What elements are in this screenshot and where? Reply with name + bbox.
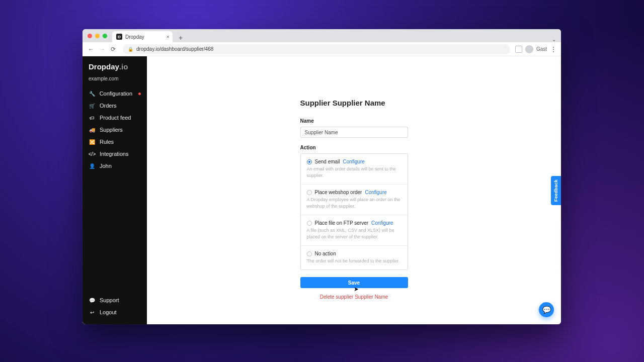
sidebar-item-suppliers[interactable]: 🚚Suppliers: [83, 124, 147, 136]
sidebar-item-john[interactable]: 👤John: [83, 160, 147, 172]
feedback-label: Feedback: [553, 179, 558, 202]
sidebar-item-label: Rules: [100, 139, 114, 145]
site-domain-label: example.com: [83, 76, 147, 86]
page-viewport: Dropday.io example.com 🔧Configuration🛒Or…: [83, 56, 561, 324]
user-icon: 👤: [89, 163, 96, 169]
profile-avatar-icon[interactable]: [525, 45, 533, 53]
configure-link[interactable]: Configure: [343, 159, 365, 164]
forward-button[interactable]: →: [98, 45, 107, 54]
sidebar-bottom-nav: 💬Support↩Logout: [83, 294, 147, 318]
sidebar-item-label: Logout: [100, 309, 117, 315]
tabs-overflow-icon[interactable]: ⌄: [551, 37, 557, 42]
sidebar-item-product-feed[interactable]: 🏷Product feed: [83, 112, 147, 124]
configure-link[interactable]: Configure: [365, 190, 386, 195]
browser-menu-icon[interactable]: ⋮: [550, 46, 557, 53]
brand-logo[interactable]: Dropday.io: [83, 62, 147, 76]
action-option-label: Place file on FTP server: [315, 220, 369, 226]
action-radio-3[interactable]: [307, 251, 312, 256]
action-option-desc: A file (such as XML, CSV and XLSX) will …: [307, 227, 401, 240]
chat-icon: 💬: [89, 298, 96, 303]
back-button[interactable]: ←: [87, 45, 96, 54]
action-option-desc: The order will not be forwarded to the s…: [307, 258, 401, 264]
browser-window: D Dropday × + ⌄ ← → ⟳ 🔒 dropday.io/dashb…: [83, 29, 561, 324]
sidebar-item-label: Integrations: [100, 151, 128, 157]
sidebar-bottom-item-logout[interactable]: ↩Logout: [83, 306, 147, 318]
new-tab-button[interactable]: +: [176, 33, 186, 42]
name-field-label: Name: [300, 118, 408, 124]
sidebar: Dropday.io example.com 🔧Configuration🛒Or…: [83, 56, 147, 324]
browser-toolbar: ← → ⟳ 🔒 dropday.io/dashboard/supplier/46…: [83, 42, 561, 56]
sidebar-item-configuration[interactable]: 🔧Configuration: [83, 87, 147, 100]
profile-name: Gast: [536, 46, 547, 52]
address-bar[interactable]: 🔒 dropday.io/dashboard/supplier/468: [123, 44, 510, 54]
tab-favicon-icon: D: [116, 34, 122, 40]
action-radio-1[interactable]: [307, 190, 312, 195]
sidebar-bottom-item-support[interactable]: 💬Support: [83, 294, 147, 306]
brand-main: Dropday: [89, 62, 119, 71]
feedback-tab[interactable]: Feedback: [551, 176, 561, 205]
extension-icon[interactable]: [515, 46, 522, 53]
configure-link[interactable]: Configure: [371, 220, 393, 226]
tab-close-icon[interactable]: ×: [167, 34, 170, 40]
action-option-desc: An email with order details will be sent…: [307, 166, 401, 179]
tab-title: Dropday: [125, 34, 144, 40]
chat-widget-button[interactable]: 💬: [539, 302, 554, 317]
action-option-label: Send email: [315, 159, 340, 164]
action-field-label: Action: [300, 145, 408, 150]
address-text: dropday.io/dashboard/supplier/468: [136, 46, 213, 52]
action-radio-2[interactable]: [307, 221, 312, 226]
wrench-icon: 🔧: [89, 91, 96, 97]
action-option-0[interactable]: Send emailConfigureAn email with order d…: [301, 154, 408, 185]
supplier-name-input[interactable]: [300, 127, 408, 138]
sidebar-item-label: Product feed: [100, 115, 131, 121]
window-minimize-icon[interactable]: [95, 34, 100, 38]
action-radio-0[interactable]: [307, 159, 312, 164]
action-radio-group: Send emailConfigureAn email with order d…: [300, 153, 408, 270]
page-title: Supplier Supplier Name: [300, 99, 408, 107]
window-maximize-icon[interactable]: [103, 34, 107, 38]
tag-icon: 🏷: [89, 115, 96, 121]
chat-icon: 💬: [542, 306, 551, 314]
action-option-1[interactable]: Place webshop orderConfigureA Dropday em…: [301, 185, 408, 215]
main-content: Supplier Supplier Name Name Action Send …: [147, 56, 561, 324]
truck-icon: 🚚: [89, 127, 96, 133]
action-option-2[interactable]: Place file on FTP serverConfigureA file …: [301, 215, 408, 246]
window-close-icon[interactable]: [88, 34, 92, 38]
lock-icon: 🔒: [128, 47, 133, 52]
delete-supplier-link[interactable]: Delete supplier Supplier Name: [300, 294, 408, 300]
sidebar-nav: 🔧Configuration🛒Orders🏷Product feed🚚Suppl…: [83, 87, 147, 172]
cart-icon: 🛒: [89, 103, 96, 109]
sidebar-item-label: Configuration: [100, 90, 132, 97]
sidebar-item-label: Support: [100, 297, 119, 303]
code-icon: </>: [89, 151, 96, 157]
logout-icon: ↩: [89, 310, 96, 315]
window-traffic-lights[interactable]: [88, 29, 107, 42]
browser-tab[interactable]: D Dropday ×: [112, 31, 173, 42]
action-option-desc: A Dropday employee will place an order o…: [307, 197, 401, 210]
brand-suffix: .io: [119, 62, 128, 71]
reload-button[interactable]: ⟳: [109, 45, 118, 54]
mouse-cursor-icon: ➤: [354, 286, 359, 293]
sidebar-item-label: John: [100, 163, 112, 169]
action-option-3[interactable]: No actionThe order will not be forwarded…: [301, 246, 408, 269]
action-option-label: Place webshop order: [315, 190, 362, 195]
action-option-label: No action: [315, 251, 336, 256]
sidebar-item-integrations[interactable]: </>Integrations: [83, 148, 147, 160]
sidebar-item-rules[interactable]: 🔀Rules: [83, 136, 147, 148]
browser-tabstrip: D Dropday × + ⌄: [83, 29, 561, 42]
sidebar-item-label: Suppliers: [100, 127, 123, 133]
sidebar-item-label: Orders: [100, 103, 117, 109]
sidebar-item-orders[interactable]: 🛒Orders: [83, 100, 147, 112]
shuffle-icon: 🔀: [89, 139, 96, 145]
